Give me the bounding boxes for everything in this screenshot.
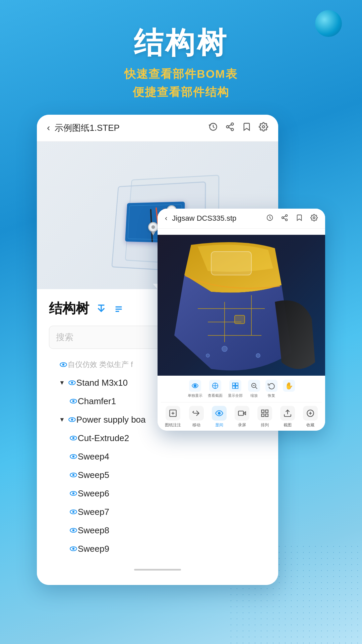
arrange-icon xyxy=(257,406,272,421)
svg-line-4 xyxy=(229,127,231,129)
eye-icon-cut xyxy=(69,434,78,442)
toolbar-btn-show-all[interactable]: 显示全部 xyxy=(228,380,243,398)
eye-icon-chamfer xyxy=(69,397,78,406)
hero-section: 结构树 快速查看部件BOM表 便捷查看部件结构 xyxy=(0,0,362,115)
svg-rect-44 xyxy=(211,252,251,275)
svg-point-30 xyxy=(72,492,75,495)
secondary-card: ‹ Jigsaw DCS335.stp xyxy=(158,209,325,431)
svg-point-6 xyxy=(262,125,265,128)
svg-point-38 xyxy=(286,214,288,216)
svg-point-34 xyxy=(72,529,75,532)
move-label: 移动 xyxy=(192,422,200,428)
toolbar-btn-annotation[interactable]: 图纸注注 xyxy=(165,406,181,428)
primary-card-title: 示例图纸1.STEP xyxy=(55,122,208,134)
tree-item-label-sweep5: Sweep5 xyxy=(78,470,109,480)
expand-all-button[interactable] xyxy=(96,303,107,314)
tree-item-label-stand: Stand M3x10 xyxy=(76,378,128,388)
toolbar-btn-zoom[interactable]: 缩放 xyxy=(248,380,260,398)
tree-item-sweep4[interactable]: Sweep4 xyxy=(49,447,266,466)
tree-item-label-sweep8: Sweep8 xyxy=(78,525,109,536)
svg-point-36 xyxy=(72,548,75,550)
annotation-icon xyxy=(166,406,180,421)
hero-subtitle: 快速查看部件BOM表 便捷查看部件结构 xyxy=(0,65,362,101)
svg-point-39 xyxy=(282,217,284,219)
jigsaw-model xyxy=(158,235,318,376)
secondary-settings-icon[interactable] xyxy=(310,214,318,223)
secondary-history-icon[interactable] xyxy=(266,214,274,223)
display-label: 显间 xyxy=(215,422,223,428)
svg-point-32 xyxy=(72,511,75,513)
home-bar xyxy=(134,569,181,571)
svg-point-18 xyxy=(71,382,73,384)
svg-point-20 xyxy=(72,400,75,402)
toolbar-btn-arrange[interactable]: 排列 xyxy=(257,406,272,428)
secondary-bookmark-icon[interactable] xyxy=(296,214,303,223)
bookmark-icon[interactable] xyxy=(242,122,251,134)
single-view-label: 单独显示 xyxy=(188,393,202,398)
tree-item-cut[interactable]: Cut-Extrude2 xyxy=(49,429,266,447)
tree-item-sweep7[interactable]: Sweep7 xyxy=(49,503,266,521)
toolbar-btn-favorite[interactable]: 收藏 xyxy=(303,406,318,428)
display-icon xyxy=(212,406,227,421)
toolbar-btn-record[interactable]: 录屏 xyxy=(235,406,249,428)
tree-item-sweep6[interactable]: Sweep6 xyxy=(49,484,266,503)
annotation-label: 图纸注注 xyxy=(165,422,181,428)
secondary-viewport[interactable] xyxy=(158,235,325,376)
back-button[interactable]: ‹ xyxy=(47,122,50,133)
tree-item-label-sweep4: Sweep4 xyxy=(78,451,109,462)
toolbar-btn-reset[interactable]: 恢复 xyxy=(265,380,278,398)
svg-point-1 xyxy=(231,123,234,125)
hero-title: 结构树 xyxy=(0,27,362,59)
toolbar-bottom-row: 图纸注注 移动 xyxy=(161,402,322,428)
eye-icon-stand xyxy=(68,378,76,387)
toolbar-btn-single-view[interactable]: 单独显示 xyxy=(188,380,202,398)
svg-point-16 xyxy=(62,363,65,366)
arrange-label: 排列 xyxy=(261,422,269,428)
secondary-toolbar: 单独显示 查看截面 xyxy=(158,376,325,431)
secondary-share-icon[interactable] xyxy=(281,214,288,223)
svg-rect-73 xyxy=(265,414,268,417)
tree-item-sweep5[interactable]: Sweep5 xyxy=(49,466,266,484)
tree-item-label-cut: Cut-Extrude2 xyxy=(78,433,129,443)
toolbar-btn-section[interactable]: 查看截面 xyxy=(208,380,223,398)
favorite-icon xyxy=(303,406,318,421)
share-icon[interactable] xyxy=(225,122,235,134)
pin-marker-2[interactable] xyxy=(147,222,159,235)
zoom-label: 缩放 xyxy=(250,393,258,398)
svg-point-8 xyxy=(152,225,155,229)
toolbar-btn-display[interactable]: 显间 xyxy=(212,406,227,428)
arrow-icon-power: ▼ xyxy=(59,416,65,423)
arrow-icon-stand: ▼ xyxy=(59,379,65,386)
secondary-card-header: ‹ Jigsaw DCS335.stp xyxy=(158,209,325,229)
toolbar-btn-move[interactable]: 移动 xyxy=(189,406,204,428)
show-all-icon xyxy=(229,380,241,392)
tree-item-label-sweep9: Sweep9 xyxy=(78,544,109,554)
collapse-all-button[interactable] xyxy=(113,303,124,314)
toolbar-btn-hand[interactable]: ✋ xyxy=(283,380,295,398)
svg-rect-70 xyxy=(261,410,264,413)
tree-item-sweep8[interactable]: Sweep8 xyxy=(49,521,266,540)
secondary-notch xyxy=(237,229,245,233)
reset-icon xyxy=(265,380,278,392)
svg-rect-71 xyxy=(265,410,268,413)
svg-rect-60 xyxy=(233,386,235,388)
record-icon xyxy=(235,406,249,421)
eye-icon-sweep7 xyxy=(69,507,78,516)
secondary-header-icons xyxy=(266,214,318,223)
tree-item-sweep9[interactable]: Sweep9 xyxy=(49,540,266,558)
zoom-icon xyxy=(248,380,260,392)
svg-point-28 xyxy=(72,474,75,476)
toolbar-btn-screenshot[interactable]: 截图 xyxy=(280,406,295,428)
tree-item-label-0: 自仪仿效 类似生产 f xyxy=(68,360,133,370)
header-icons xyxy=(208,122,268,134)
history-icon[interactable] xyxy=(208,122,218,134)
secondary-back-button[interactable]: ‹ xyxy=(165,214,167,223)
settings-icon[interactable] xyxy=(259,122,268,134)
tree-item-label-chamfer: Chamfer1 xyxy=(78,396,116,407)
svg-point-2 xyxy=(227,125,229,128)
tree-item-label-sweep6: Sweep6 xyxy=(78,488,109,499)
hero-subtitle-line1: 快速查看部件BOM表 xyxy=(0,65,362,83)
svg-point-24 xyxy=(72,437,75,439)
screenshot-icon xyxy=(280,406,295,421)
svg-rect-59 xyxy=(236,383,238,385)
